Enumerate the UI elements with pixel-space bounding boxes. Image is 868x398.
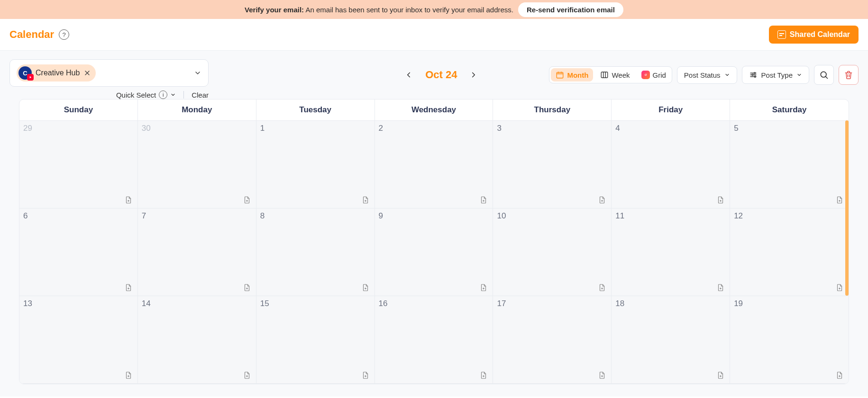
weekday-header: Tuesday <box>256 100 375 121</box>
day-number: 13 <box>23 299 32 308</box>
day-number: 29 <box>23 124 32 133</box>
banner-message: An email has been sent to your inbox to … <box>305 6 513 14</box>
add-post-icon[interactable] <box>835 283 844 292</box>
profile-selector[interactable]: C Creative Hub <box>9 59 209 87</box>
day-number: 8 <box>260 211 265 221</box>
calendar-day-cell[interactable]: 1 <box>256 121 375 208</box>
calendar-day-cell[interactable]: 2 <box>375 121 493 208</box>
day-number: 16 <box>379 299 388 308</box>
remove-profile-icon[interactable] <box>83 69 91 77</box>
toolbar: C Creative Hub Quick Select i Clear <box>0 51 868 397</box>
add-post-icon[interactable] <box>243 283 251 292</box>
add-post-icon[interactable] <box>716 283 725 292</box>
calendar-day-cell[interactable]: 19 <box>730 296 849 384</box>
profile-chip[interactable]: C Creative Hub <box>17 64 96 81</box>
weekday-header: Saturday <box>730 100 849 121</box>
day-number: 5 <box>734 124 738 133</box>
info-icon[interactable]: i <box>159 90 167 99</box>
scrollbar[interactable] <box>845 120 849 296</box>
prev-month-button[interactable] <box>404 71 413 79</box>
add-post-icon[interactable] <box>479 283 488 292</box>
calendar-day-cell[interactable]: 6 <box>19 208 138 296</box>
clear-button[interactable]: Clear <box>192 91 209 99</box>
calendar-day-cell[interactable]: 30 <box>138 121 256 208</box>
weekday-header: Monday <box>138 100 256 121</box>
day-number: 2 <box>379 124 383 133</box>
weekday-header: Sunday <box>19 100 138 121</box>
search-button[interactable] <box>814 65 834 85</box>
page-title: Calendar <box>9 28 54 41</box>
shared-calendar-icon <box>777 30 786 39</box>
calendar-day-cell[interactable]: 4 <box>612 121 730 208</box>
day-number: 7 <box>142 211 146 221</box>
add-post-icon[interactable] <box>598 283 606 292</box>
add-post-icon[interactable] <box>361 196 370 204</box>
calendar-day-cell[interactable]: 8 <box>256 208 375 296</box>
chevron-down-icon <box>170 92 176 98</box>
resend-verification-button[interactable]: Re-send verification email <box>518 2 623 17</box>
help-icon[interactable]: ? <box>59 29 69 40</box>
day-number: 11 <box>615 211 624 221</box>
add-post-icon[interactable] <box>479 371 488 380</box>
add-post-icon[interactable] <box>124 196 133 204</box>
add-post-icon[interactable] <box>598 371 606 380</box>
day-number: 14 <box>142 299 151 308</box>
banner-prefix: Verify your email: <box>245 6 304 14</box>
add-post-icon[interactable] <box>835 196 844 204</box>
search-icon <box>819 70 829 80</box>
calendar-day-cell[interactable]: 9 <box>375 208 493 296</box>
weekday-header: Thursday <box>493 100 612 121</box>
day-number: 1 <box>260 124 265 133</box>
add-post-icon[interactable] <box>124 371 133 380</box>
add-post-icon[interactable] <box>361 371 370 380</box>
calendar-day-cell[interactable]: 29 <box>19 121 138 208</box>
add-post-icon[interactable] <box>124 283 133 292</box>
view-week-tab[interactable]: Week <box>594 67 635 83</box>
calendar-day-cell[interactable]: 7 <box>138 208 256 296</box>
verify-email-banner: Verify your email: An email has been sen… <box>0 0 868 19</box>
day-number: 10 <box>497 211 506 221</box>
add-post-icon[interactable] <box>598 196 606 204</box>
day-number: 6 <box>23 211 27 221</box>
sliders-icon <box>749 71 758 79</box>
date-navigator: Oct 24 <box>404 69 478 81</box>
add-post-icon[interactable] <box>716 371 725 380</box>
calendar-day-cell[interactable]: 10 <box>493 208 612 296</box>
profile-chip-label: Creative Hub <box>36 69 80 77</box>
day-number: 9 <box>379 211 383 221</box>
trash-icon <box>844 70 853 80</box>
add-post-icon[interactable] <box>835 371 844 380</box>
calendar-day-cell[interactable]: 13 <box>19 296 138 384</box>
calendar-day-cell[interactable]: 11 <box>612 208 730 296</box>
weekday-header: Friday <box>612 100 730 121</box>
add-post-icon[interactable] <box>716 196 725 204</box>
shared-calendar-button[interactable]: Shared Calendar <box>769 26 859 44</box>
calendar-day-cell[interactable]: 17 <box>493 296 612 384</box>
add-post-icon[interactable] <box>243 371 251 380</box>
calendar-day-cell[interactable]: 12 <box>730 208 849 296</box>
post-type-filter[interactable]: Post Type <box>742 66 809 84</box>
add-post-icon[interactable] <box>479 196 488 204</box>
calendar-day-cell[interactable]: 14 <box>138 296 256 384</box>
calendar-day-cell[interactable]: 5 <box>730 121 849 208</box>
calendar-day-cell[interactable]: 15 <box>256 296 375 384</box>
view-month-tab[interactable]: Month <box>551 68 593 81</box>
chevron-down-icon <box>724 72 730 78</box>
day-number: 18 <box>615 299 624 308</box>
day-number: 15 <box>260 299 269 308</box>
calendar-day-cell[interactable]: 3 <box>493 121 612 208</box>
post-status-filter[interactable]: Post Status <box>677 66 737 84</box>
add-post-icon[interactable] <box>361 283 370 292</box>
delete-button[interactable] <box>839 65 859 85</box>
profile-chevron-icon[interactable] <box>194 69 201 77</box>
shared-calendar-label: Shared Calendar <box>790 30 850 39</box>
columns-icon <box>600 71 609 79</box>
next-month-button[interactable] <box>469 71 478 79</box>
calendar-day-cell[interactable]: 18 <box>612 296 730 384</box>
day-number: 17 <box>497 299 506 308</box>
add-post-icon[interactable] <box>243 196 251 204</box>
quick-select-button[interactable]: Quick Select i <box>116 90 176 99</box>
calendar-day-cell[interactable]: 16 <box>375 296 493 384</box>
view-grid-tab[interactable]: Grid <box>636 67 672 83</box>
day-number: 4 <box>615 124 620 133</box>
